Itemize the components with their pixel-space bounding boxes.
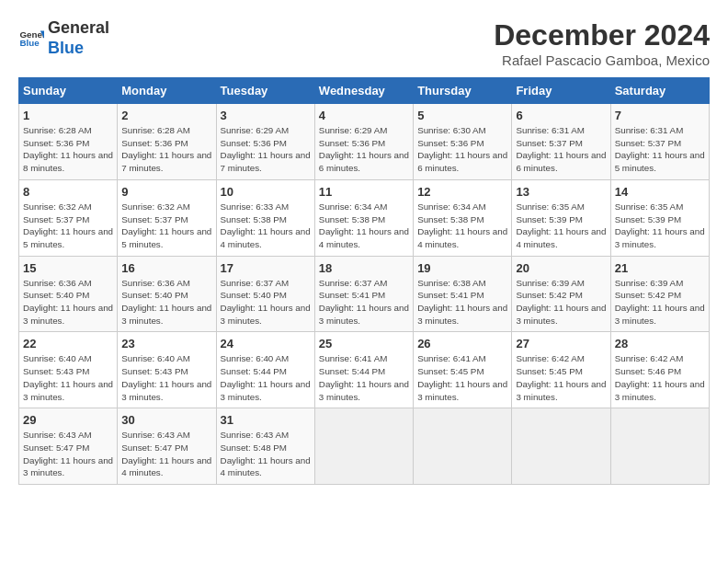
calendar-cell: 31 Sunrise: 6:43 AM Sunset: 5:48 PM Dayl… (216, 408, 314, 485)
calendar-cell: 16 Sunrise: 6:36 AM Sunset: 5:40 PM Dayl… (118, 256, 216, 332)
calendar-cell: 8 Sunrise: 6:32 AM Sunset: 5:37 PM Dayli… (19, 179, 118, 256)
day-info: Sunrise: 6:36 AM Sunset: 5:40 PM Dayligh… (23, 277, 113, 327)
day-info: Sunrise: 6:39 AM Sunset: 5:42 PM Dayligh… (516, 277, 606, 327)
day-number: 16 (121, 261, 211, 275)
day-info: Sunrise: 6:31 AM Sunset: 5:37 PM Dayligh… (516, 124, 606, 175)
day-info: Sunrise: 6:33 AM Sunset: 5:38 PM Dayligh… (221, 201, 311, 251)
day-info: Sunrise: 6:43 AM Sunset: 5:47 PM Dayligh… (121, 429, 211, 479)
day-number: 10 (221, 185, 311, 199)
location: Rafael Pascacio Gamboa, Mexico (494, 52, 710, 68)
day-info: Sunrise: 6:40 AM Sunset: 5:43 PM Dayligh… (121, 352, 211, 403)
calendar-week-3: 15 Sunrise: 6:36 AM Sunset: 5:40 PM Dayl… (19, 256, 710, 332)
calendar-cell: 13 Sunrise: 6:35 AM Sunset: 5:39 PM Dayl… (512, 179, 610, 256)
calendar-cell: 6 Sunrise: 6:31 AM Sunset: 5:37 PM Dayli… (512, 104, 610, 180)
day-info: Sunrise: 6:41 AM Sunset: 5:45 PM Dayligh… (417, 352, 507, 403)
day-number: 22 (23, 337, 113, 350)
calendar-cell: 2 Sunrise: 6:28 AM Sunset: 5:36 PM Dayli… (118, 104, 216, 180)
calendar-cell: 23 Sunrise: 6:40 AM Sunset: 5:43 PM Dayl… (118, 332, 216, 408)
calendar-header-row: SundayMondayTuesdayWednesdayThursdayFrid… (19, 78, 710, 104)
day-info: Sunrise: 6:32 AM Sunset: 5:37 PM Dayligh… (23, 201, 113, 251)
calendar-cell: 3 Sunrise: 6:29 AM Sunset: 5:36 PM Dayli… (216, 104, 314, 180)
calendar-cell: 24 Sunrise: 6:40 AM Sunset: 5:44 PM Dayl… (216, 332, 314, 408)
calendar-cell: 29 Sunrise: 6:43 AM Sunset: 5:47 PM Dayl… (19, 408, 118, 485)
calendar-cell: 11 Sunrise: 6:34 AM Sunset: 5:38 PM Dayl… (314, 179, 413, 256)
calendar-cell: 15 Sunrise: 6:36 AM Sunset: 5:40 PM Dayl… (19, 256, 118, 332)
day-info: Sunrise: 6:30 AM Sunset: 5:36 PM Dayligh… (417, 124, 507, 175)
day-info: Sunrise: 6:34 AM Sunset: 5:38 PM Dayligh… (319, 201, 409, 251)
day-info: Sunrise: 6:40 AM Sunset: 5:44 PM Dayligh… (221, 352, 311, 403)
day-info: Sunrise: 6:37 AM Sunset: 5:40 PM Dayligh… (221, 277, 311, 327)
calendar-cell: 4 Sunrise: 6:29 AM Sunset: 5:36 PM Dayli… (314, 104, 413, 180)
page-header: General Blue General Blue December 2024 … (18, 18, 710, 68)
calendar-cell: 7 Sunrise: 6:31 AM Sunset: 5:37 PM Dayli… (610, 104, 709, 180)
day-number: 24 (221, 337, 311, 350)
day-number: 19 (417, 261, 507, 275)
day-number: 26 (417, 337, 507, 350)
calendar-cell: 17 Sunrise: 6:37 AM Sunset: 5:40 PM Dayl… (216, 256, 314, 332)
calendar-cell (610, 408, 709, 485)
logo: General Blue General Blue (18, 18, 109, 58)
day-info: Sunrise: 6:41 AM Sunset: 5:44 PM Dayligh… (319, 352, 409, 403)
day-number: 2 (121, 109, 211, 122)
calendar-cell: 21 Sunrise: 6:39 AM Sunset: 5:42 PM Dayl… (610, 256, 709, 332)
calendar-cell: 18 Sunrise: 6:37 AM Sunset: 5:41 PM Dayl… (314, 256, 413, 332)
calendar-cell: 25 Sunrise: 6:41 AM Sunset: 5:44 PM Dayl… (314, 332, 413, 408)
calendar-cell: 14 Sunrise: 6:35 AM Sunset: 5:39 PM Dayl… (610, 179, 709, 256)
day-number: 28 (615, 337, 705, 350)
title-block: December 2024 Rafael Pascacio Gamboa, Me… (494, 18, 710, 68)
day-info: Sunrise: 6:28 AM Sunset: 5:36 PM Dayligh… (23, 124, 113, 175)
calendar-week-1: 1 Sunrise: 6:28 AM Sunset: 5:36 PM Dayli… (19, 104, 710, 180)
day-info: Sunrise: 6:34 AM Sunset: 5:38 PM Dayligh… (417, 201, 507, 251)
weekday-header-monday: Monday (118, 78, 216, 104)
weekday-header-tuesday: Tuesday (216, 78, 314, 104)
day-number: 15 (23, 261, 113, 275)
calendar-cell: 1 Sunrise: 6:28 AM Sunset: 5:36 PM Dayli… (19, 104, 118, 180)
logo-icon: General Blue (18, 26, 44, 52)
day-number: 20 (516, 261, 606, 275)
calendar-cell: 5 Sunrise: 6:30 AM Sunset: 5:36 PM Dayli… (414, 104, 512, 180)
calendar-week-2: 8 Sunrise: 6:32 AM Sunset: 5:37 PM Dayli… (19, 179, 710, 256)
day-info: Sunrise: 6:42 AM Sunset: 5:45 PM Dayligh… (516, 352, 606, 403)
day-number: 31 (221, 413, 311, 427)
calendar-cell: 28 Sunrise: 6:42 AM Sunset: 5:46 PM Dayl… (610, 332, 709, 408)
calendar-cell (414, 408, 512, 485)
day-number: 14 (615, 185, 705, 199)
day-info: Sunrise: 6:31 AM Sunset: 5:37 PM Dayligh… (615, 124, 705, 175)
calendar-cell: 19 Sunrise: 6:38 AM Sunset: 5:41 PM Dayl… (414, 256, 512, 332)
day-number: 1 (23, 109, 113, 122)
month-title: December 2024 (494, 18, 710, 52)
day-info: Sunrise: 6:39 AM Sunset: 5:42 PM Dayligh… (615, 277, 705, 327)
calendar-table: SundayMondayTuesdayWednesdayThursdayFrid… (18, 77, 710, 485)
day-info: Sunrise: 6:29 AM Sunset: 5:36 PM Dayligh… (221, 124, 311, 175)
weekday-header-wednesday: Wednesday (314, 78, 413, 104)
day-number: 27 (516, 337, 606, 350)
day-number: 23 (121, 337, 211, 350)
day-number: 3 (221, 109, 311, 122)
calendar-cell (512, 408, 610, 485)
calendar-week-4: 22 Sunrise: 6:40 AM Sunset: 5:43 PM Dayl… (19, 332, 710, 408)
day-number: 25 (319, 337, 409, 350)
day-info: Sunrise: 6:35 AM Sunset: 5:39 PM Dayligh… (615, 201, 705, 251)
day-number: 5 (417, 109, 507, 122)
day-number: 7 (615, 109, 705, 122)
weekday-header-saturday: Saturday (610, 78, 709, 104)
calendar-cell (314, 408, 413, 485)
weekday-header-friday: Friday (512, 78, 610, 104)
calendar-cell: 9 Sunrise: 6:32 AM Sunset: 5:37 PM Dayli… (118, 179, 216, 256)
weekday-header-sunday: Sunday (19, 78, 118, 104)
calendar-cell: 27 Sunrise: 6:42 AM Sunset: 5:45 PM Dayl… (512, 332, 610, 408)
calendar-cell: 20 Sunrise: 6:39 AM Sunset: 5:42 PM Dayl… (512, 256, 610, 332)
day-info: Sunrise: 6:29 AM Sunset: 5:36 PM Dayligh… (319, 124, 409, 175)
calendar-cell: 26 Sunrise: 6:41 AM Sunset: 5:45 PM Dayl… (414, 332, 512, 408)
day-number: 8 (23, 185, 113, 199)
day-info: Sunrise: 6:36 AM Sunset: 5:40 PM Dayligh… (121, 277, 211, 327)
day-info: Sunrise: 6:40 AM Sunset: 5:43 PM Dayligh… (23, 352, 113, 403)
calendar-cell: 10 Sunrise: 6:33 AM Sunset: 5:38 PM Dayl… (216, 179, 314, 256)
svg-text:Blue: Blue (19, 38, 40, 48)
day-info: Sunrise: 6:32 AM Sunset: 5:37 PM Dayligh… (121, 201, 211, 251)
day-number: 29 (23, 413, 113, 427)
weekday-header-thursday: Thursday (414, 78, 512, 104)
day-info: Sunrise: 6:35 AM Sunset: 5:39 PM Dayligh… (516, 201, 606, 251)
day-number: 12 (417, 185, 507, 199)
day-info: Sunrise: 6:28 AM Sunset: 5:36 PM Dayligh… (121, 124, 211, 175)
